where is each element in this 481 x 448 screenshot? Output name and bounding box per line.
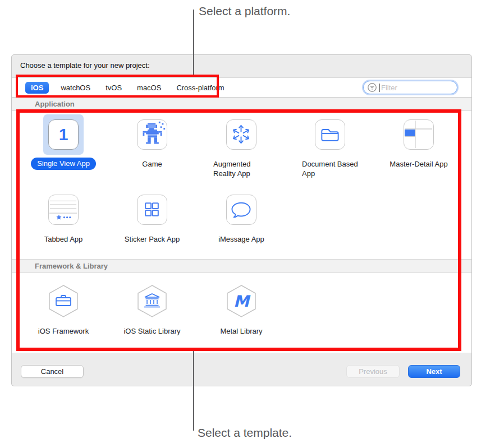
callout-line-top — [193, 10, 194, 75]
callout-line-bottom — [193, 350, 194, 431]
platform-tab-bar: iOS watchOS tvOS macOS Cross-platform — [12, 77, 471, 98]
section-header-framework-library: Framework & Library — [12, 259, 471, 273]
new-project-dialog: Choose a template for your new project: … — [11, 54, 472, 386]
template-single-view-app[interactable]: 1 Single View App — [21, 114, 106, 170]
section-header-application: Application — [12, 98, 471, 111]
briefcase-hexagon-icon — [43, 279, 84, 322]
template-label: iMessage App — [218, 234, 264, 244]
speech-bubble-icon — [226, 195, 256, 225]
annotation-select-template: Select a template. — [198, 426, 292, 440]
template-label: Game — [142, 159, 162, 169]
sticker-grid-icon — [137, 195, 167, 225]
tab-cross-platform[interactable]: Cross-platform — [173, 82, 227, 93]
previous-button[interactable]: Previous — [346, 365, 400, 378]
tab-tvos[interactable]: tvOS — [102, 82, 125, 93]
bank-hexagon-icon — [131, 279, 173, 322]
template-label: Metal Library — [220, 326, 262, 336]
cancel-button[interactable]: Cancel — [21, 365, 84, 378]
template-master-detail-app[interactable]: Master-Detail App — [377, 114, 461, 169]
game-robot-icon — [137, 119, 167, 150]
template-document-based-app[interactable]: Document Based App — [288, 114, 372, 178]
template-ios-static-library[interactable]: iOS Static Library — [110, 279, 194, 336]
filter-input[interactable] — [380, 84, 453, 92]
template-label: Single View App — [31, 158, 96, 170]
tab-bar-icon — [48, 195, 79, 225]
template-tabbed-app[interactable]: Tabbed App — [21, 190, 106, 244]
template-label: iOS Static Library — [123, 326, 180, 336]
tab-macos[interactable]: macOS — [134, 82, 164, 93]
dialog-title: Choose a template for your new project: — [20, 61, 150, 70]
filter-field[interactable] — [363, 81, 457, 94]
template-game[interactable]: Game — [110, 114, 194, 169]
template-metal-library[interactable]: M Metal Library — [199, 279, 283, 336]
template-ios-framework[interactable]: iOS Framework — [21, 279, 106, 336]
template-label: Augmented Reality App — [213, 159, 269, 178]
annotation-select-platform: Select a platform. — [199, 4, 290, 18]
svg-text:M: M — [233, 292, 251, 311]
split-view-icon — [404, 119, 434, 150]
template-imessage-app[interactable]: iMessage App — [199, 190, 283, 244]
next-button[interactable]: Next — [408, 365, 460, 378]
tab-ios[interactable]: iOS — [25, 82, 49, 94]
template-label: iOS Framework — [38, 326, 89, 336]
tab-watchos[interactable]: watchOS — [57, 82, 94, 93]
metal-hexagon-icon: M — [221, 279, 262, 322]
ar-arrows-icon — [226, 119, 256, 150]
template-augmented-reality-app[interactable]: Augmented Reality App — [199, 114, 283, 178]
single-view-app-icon: 1 — [48, 119, 79, 150]
template-sticker-pack-app[interactable]: Sticker Pack App — [110, 190, 194, 244]
template-label: Document Based App — [302, 159, 358, 178]
template-label: Sticker Pack App — [125, 234, 180, 244]
template-label: Tabbed App — [44, 234, 83, 244]
folder-icon — [315, 119, 345, 150]
filter-icon — [367, 82, 377, 93]
template-label: Master-Detail App — [390, 159, 447, 169]
